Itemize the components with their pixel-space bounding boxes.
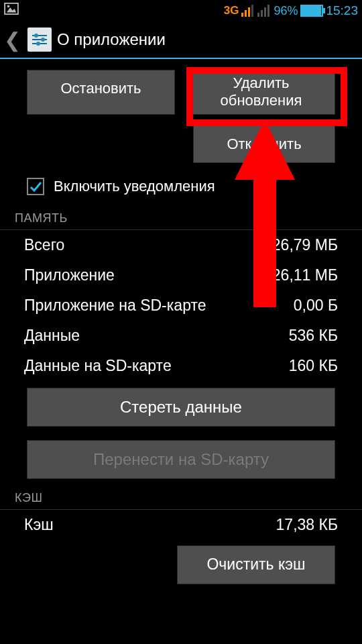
cache-label: Кэш xyxy=(24,516,54,534)
memory-row: Данные на SD-карте160 КБ xyxy=(0,351,362,381)
memory-row-value: 26,11 МБ xyxy=(272,266,338,284)
settings-app-icon[interactable] xyxy=(27,28,52,52)
memory-row-value: 160 КБ xyxy=(289,357,338,375)
svg-point-16 xyxy=(36,42,40,46)
svg-rect-7 xyxy=(257,13,259,17)
svg-rect-10 xyxy=(267,5,269,17)
svg-rect-5 xyxy=(248,7,250,17)
memory-row-label: Данные xyxy=(24,327,80,345)
delete-updates-button[interactable]: Удалить обновления xyxy=(187,70,335,115)
gallery-icon xyxy=(4,3,19,18)
disable-button[interactable]: Отключить xyxy=(193,125,335,163)
svg-rect-6 xyxy=(251,5,253,17)
enable-notifications-label: Включить уведомления xyxy=(54,178,215,195)
memory-row-label: Данные на SD-карте xyxy=(24,357,172,375)
svg-rect-3 xyxy=(241,13,243,17)
svg-rect-9 xyxy=(264,7,266,17)
memory-row-value: 26,79 МБ xyxy=(272,236,338,254)
memory-row-value: 0,00 Б xyxy=(294,297,338,315)
svg-rect-4 xyxy=(245,10,247,17)
svg-point-14 xyxy=(41,38,45,42)
back-chevron-icon[interactable]: ❮ xyxy=(3,28,22,52)
cache-row: Кэш 17,38 КБ xyxy=(0,510,362,540)
enable-notifications-row[interactable]: Включить уведомления xyxy=(0,168,362,206)
battery-percent: 96% xyxy=(274,4,298,18)
move-to-sd-button: Перенести на SD-карту xyxy=(27,440,335,479)
memory-row-label: Приложение xyxy=(24,266,115,284)
memory-row: Всего26,79 МБ xyxy=(0,230,362,260)
clock: 15:23 xyxy=(326,3,358,18)
svg-rect-0 xyxy=(5,3,18,14)
signal-icon xyxy=(241,5,255,17)
memory-row-value: 536 КБ xyxy=(289,327,338,345)
svg-marker-1 xyxy=(7,7,16,12)
app-header: ❮ О приложении xyxy=(0,21,362,59)
stop-button[interactable]: Остановить xyxy=(27,70,175,115)
memory-row-label: Приложение на SD-карте xyxy=(24,297,206,315)
status-bar: 3G 96% 15:23 xyxy=(0,0,362,21)
battery-icon xyxy=(300,5,323,17)
svg-point-12 xyxy=(34,34,38,38)
cache-value: 17,38 КБ xyxy=(276,516,338,534)
page-title: О приложении xyxy=(57,30,166,49)
memory-row-label: Всего xyxy=(24,236,64,254)
cache-section-header: КЭШ xyxy=(0,486,362,510)
svg-point-2 xyxy=(7,5,10,8)
memory-row: Данные536 КБ xyxy=(0,321,362,351)
memory-section-header: ПАМЯТЬ xyxy=(0,206,362,230)
memory-row: Приложение26,11 МБ xyxy=(0,260,362,290)
checkbox-checked-icon[interactable] xyxy=(27,178,44,195)
clear-cache-button[interactable]: Очистить кэш xyxy=(177,545,335,584)
memory-row: Приложение на SD-карте0,00 Б xyxy=(0,290,362,321)
network-3g-label: 3G xyxy=(224,4,239,17)
svg-rect-8 xyxy=(261,10,263,17)
clear-data-button[interactable]: Стереть данные xyxy=(27,388,335,427)
signal-icon-2 xyxy=(257,5,271,17)
